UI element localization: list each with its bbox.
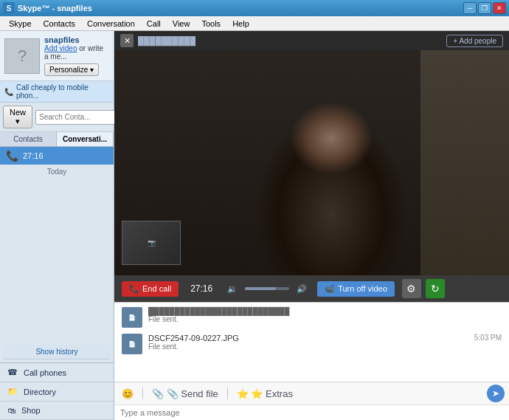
call-icon: 📞 — [6, 150, 18, 162]
profile-area: ? snapfiles Add video or write a me... P… — [0, 31, 114, 81]
more-btn[interactable]: ↻ — [426, 279, 445, 298]
chat-message: 📄 DSCF2547-09-0227.JPG File sent. 5:03 P… — [122, 334, 502, 354]
extras-label: ⭐ Extras — [251, 388, 292, 399]
window-controls: ─ ❐ ✕ — [463, 2, 506, 14]
end-call-label: End call — [142, 284, 171, 293]
chat-area: 📄 ███████████████████████████ File sent.… — [114, 302, 509, 420]
menu-tools[interactable]: Tools — [195, 18, 226, 30]
add-video-link[interactable]: Add video — [44, 44, 77, 52]
add-people-btn[interactable]: + Add people — [446, 35, 503, 47]
chat-time: 5:03 PM — [474, 334, 502, 342]
menu-skype[interactable]: Skype — [3, 18, 38, 30]
chat-input-toolbar: 😊 📎 📎 Send file ⭐ ⭐ Extras ➤ — [114, 382, 509, 405]
emoji-btn[interactable]: 😊 — [119, 387, 136, 401]
minimize-btn[interactable]: ─ — [463, 2, 477, 14]
chat-content: ███████████████████████████ File sent. — [148, 307, 502, 323]
profile-links[interactable]: Add video or write a me... — [44, 44, 109, 61]
menu-conversation[interactable]: Conversation — [81, 18, 141, 30]
app-icon: S — [3, 2, 15, 14]
chat-messages: 📄 ███████████████████████████ File sent.… — [114, 303, 509, 382]
call-controls: 📞 End call 27:16 🔉 🔊 📹 Turn off video ⚙ … — [114, 275, 509, 302]
call-phones-btn[interactable]: ☎ Call phones — [0, 363, 114, 382]
tab-conversations[interactable]: Conversati... — [57, 132, 114, 146]
message-input[interactable] — [114, 405, 509, 420]
new-button[interactable]: New ▾ — [3, 106, 32, 128]
toolbar: New ▾ — [0, 103, 114, 132]
chat-message: 📄 ███████████████████████████ File sent. — [122, 307, 502, 328]
chat-text: ███████████████████████████ — [148, 307, 502, 315]
send-file-icon: 📎 — [152, 388, 164, 399]
call-close-btn[interactable]: ✕ — [120, 34, 134, 47]
personalize-btn[interactable]: Personalize ▾ — [44, 63, 99, 76]
directory-btn[interactable]: 📁 Directory — [0, 382, 114, 402]
restore-btn[interactable]: ❐ — [478, 2, 491, 14]
self-video-inner: 📷 — [122, 221, 180, 264]
menu-call[interactable]: Call — [141, 18, 167, 30]
main-layout: ? snapfiles Add video or write a me... P… — [0, 31, 509, 420]
video-icon: 📹 — [325, 284, 335, 294]
titlebar-title: Skype™ - snapfiles — [18, 4, 463, 13]
volume-fill — [245, 287, 276, 290]
end-call-btn[interactable]: 📞 End call — [122, 281, 179, 297]
send-file-label: 📎 Send file — [167, 388, 218, 399]
shop-label: Shop — [21, 406, 41, 415]
right-panel: ✕ ██████████ + Add people 📷 📞 — [114, 31, 509, 420]
shop-icon: 🛍 — [7, 406, 15, 415]
chat-filename: DSCF2547-09-0227.JPG — [148, 334, 468, 342]
caller-name: ██████████ — [138, 36, 195, 45]
directory-label: Directory — [24, 388, 56, 396]
extras-btn[interactable]: ⭐ ⭐ Extras — [234, 387, 296, 401]
directory-icon: 📁 — [7, 387, 18, 396]
extras-icon: ⭐ — [237, 388, 249, 399]
username: snapfiles — [44, 35, 109, 44]
chat-subtext: File sent. — [148, 342, 468, 351]
send-file-btn[interactable]: 📎 📎 Send file — [149, 387, 221, 401]
chat-subtext: File sent. — [148, 315, 502, 323]
divider — [142, 388, 143, 399]
turn-video-btn[interactable]: 📹 Turn off video — [317, 281, 395, 297]
call-header: ✕ ██████████ + Add people — [114, 31, 509, 50]
conv-time: 27:16 — [23, 151, 44, 160]
phone-icon: 📞 — [4, 88, 13, 96]
self-video-label: 📷 — [148, 239, 156, 247]
show-history-btn[interactable]: Show history — [3, 345, 111, 359]
volume-up-btn[interactable]: 🔊 — [294, 283, 310, 295]
profile-info: snapfiles Add video or write a me... Per… — [44, 35, 109, 76]
end-call-icon: 📞 — [129, 284, 139, 294]
conversation-list: 📞 27:16 Today — [0, 147, 114, 342]
avatar: ? — [4, 38, 40, 74]
left-panel: ? snapfiles Add video or write a me... P… — [0, 31, 114, 420]
bottom-buttons: ☎ Call phones 📁 Directory 🛍 Shop — [0, 362, 114, 420]
tab-contacts[interactable]: Contacts — [0, 132, 57, 146]
chat-avatar: 📄 — [122, 307, 142, 328]
chat-avatar: 📄 — [122, 334, 142, 354]
conversation-item[interactable]: 📞 27:16 — [0, 147, 114, 165]
promo-bar[interactable]: 📞 Call cheaply to mobile phon... — [0, 81, 114, 103]
menu-help[interactable]: Help — [226, 18, 255, 30]
menu-contacts[interactable]: Contacts — [38, 18, 81, 30]
divider — [227, 388, 228, 399]
turn-video-label: Turn off video — [338, 284, 387, 293]
video-area: 📷 📞 End call 27:16 🔉 🔊 📹 Turn off video — [114, 50, 509, 302]
close-btn[interactable]: ✕ — [493, 2, 506, 14]
conversation-date: Today — [0, 165, 114, 179]
chat-input-area: 😊 📎 📎 Send file ⭐ ⭐ Extras ➤ — [114, 382, 509, 420]
menubar: Skype Contacts Conversation Call View To… — [0, 16, 509, 31]
settings-btn[interactable]: ⚙ — [402, 279, 421, 298]
tabs: Contacts Conversati... — [0, 132, 114, 147]
volume-slider[interactable] — [245, 287, 289, 290]
promo-text: Call cheaply to mobile phon... — [16, 83, 109, 100]
call-phones-label: Call phones — [24, 368, 66, 377]
titlebar: S Skype™ - snapfiles ─ ❐ ✕ — [0, 0, 509, 16]
call-timer: 27:16 — [190, 283, 212, 294]
shop-btn[interactable]: 🛍 Shop — [0, 402, 114, 420]
call-phones-icon: ☎ — [7, 368, 18, 377]
self-video: 📷 — [122, 221, 181, 265]
menu-view[interactable]: View — [167, 18, 196, 30]
volume-down-btn[interactable]: 🔉 — [224, 283, 240, 295]
chat-content: DSCF2547-09-0227.JPG File sent. — [148, 334, 468, 351]
send-btn[interactable]: ➤ — [487, 385, 505, 402]
